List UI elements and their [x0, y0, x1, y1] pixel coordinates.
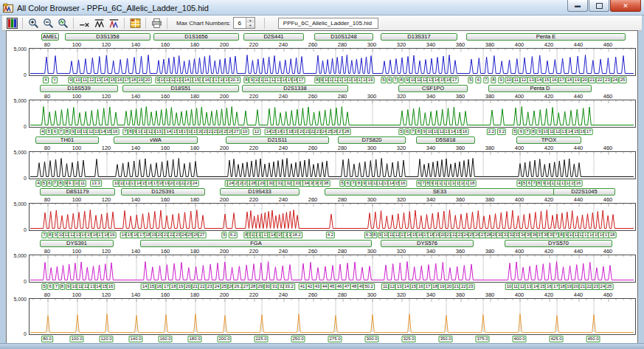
y-axis: 5,0000	[7, 203, 29, 231]
all-color-button[interactable]	[4, 16, 19, 30]
marker-strip: TH01vWAD21S11D7S820D5S818TPOX	[29, 137, 634, 145]
axis-tick-label: 80	[44, 248, 50, 255]
axis-tick-label: 380	[485, 93, 495, 100]
electropherogram-green[interactable]	[29, 100, 636, 128]
allele-label: 16	[575, 180, 583, 187]
allele-label: 7	[392, 77, 398, 83]
axis-tick-label: 300	[367, 93, 377, 100]
electropherogram-orange[interactable]	[29, 298, 636, 335]
axis-tick-label: 240	[279, 291, 288, 298]
zoom-out-button[interactable]	[41, 16, 55, 30]
zoom-chart-button[interactable]	[55, 16, 70, 30]
axis-tick-label: 300	[367, 196, 377, 203]
axis-tick-label: 340	[426, 291, 436, 298]
max-chart-numbers-spinner[interactable]: 6 ▲ ▼	[233, 17, 255, 29]
axis-tick-label: 180	[190, 248, 200, 255]
allele-label: 25	[619, 77, 627, 83]
axis-tick-label: 240	[279, 93, 288, 100]
axis-tick-label: 240	[279, 41, 288, 48]
axis-tick-label: 280	[338, 196, 347, 203]
max-chart-numbers-label: Max Chart Numbers:	[176, 20, 231, 27]
spinner-up-button[interactable]: ▲	[246, 18, 255, 23]
spinner-down-button[interactable]: ▼	[246, 23, 255, 28]
dye-row-green: D16S539D18S51D2S1338CSF1POPenta D8010012…	[7, 85, 637, 135]
axis-tick-label: 120	[102, 93, 111, 100]
allele-label: 22	[596, 77, 604, 83]
allele-label: 6	[48, 283, 53, 290]
y-min-label: 0	[24, 279, 27, 284]
axis-tick-label: 360	[456, 93, 465, 100]
title-bar[interactable]: All Color Browser - PPFu_6C_Allelic_Ladd…	[0, 0, 644, 15]
axis-tick-label: 240	[279, 248, 288, 255]
maximize-button[interactable]	[589, 0, 609, 12]
blue-trace	[30, 49, 635, 75]
axis-tick-label: 200	[220, 41, 229, 48]
axis-tick-label: 260	[308, 196, 318, 203]
allele-label: 3.2	[497, 128, 506, 135]
allele-label: 8	[491, 77, 496, 83]
size-label: 160.0	[158, 336, 172, 342]
allele-label-strip: 456789101112131415167891011121313.21414.…	[29, 128, 634, 135]
allele-label: 6.2	[229, 232, 238, 238]
axis-tick-label: 260	[308, 93, 318, 100]
axis-tick-label: 360	[456, 291, 465, 298]
axis-tick-label: 160	[161, 248, 170, 255]
orange-trace	[30, 299, 635, 334]
zoom-in-button[interactable]	[26, 16, 41, 30]
allele-label: 12	[253, 128, 261, 135]
report-button[interactable]	[128, 16, 142, 30]
allele-label: 5	[468, 77, 473, 83]
marker-label-dys570: DYS570	[505, 240, 612, 247]
close-button[interactable]: ✕	[610, 0, 641, 12]
axis-tick-label: 100	[72, 291, 82, 298]
size-match-button[interactable]	[91, 16, 106, 30]
axis-tick-label: 320	[397, 145, 406, 151]
axis-tick-label: 300	[367, 248, 377, 255]
print-button[interactable]	[149, 16, 164, 30]
axis-tick-label: 460	[603, 248, 613, 255]
electropherogram-magenta[interactable]	[29, 255, 636, 283]
axis-tick-label: 440	[574, 145, 584, 151]
marker-label-d3s1358: D3S1358	[65, 33, 150, 41]
electropherogram-black[interactable]	[29, 151, 636, 179]
axis-tick-label: 140	[131, 93, 141, 100]
allele-call-button[interactable]	[106, 16, 121, 30]
marker-label-d18s51: D18S51	[122, 85, 239, 92]
axis-tick-label: 100	[72, 248, 82, 255]
file-tab[interactable]: PPFu_6C_Allelic_Ladder_105.hid	[278, 18, 378, 29]
allele-label: 17	[297, 77, 305, 83]
axis-tick-label: 420	[544, 145, 554, 151]
allele-label: 33.2	[283, 283, 295, 290]
axis-tick-label: 440	[574, 196, 584, 203]
marker-label-d1s1656: D1S1656	[153, 33, 239, 41]
electropherogram-blue[interactable]	[29, 48, 636, 76]
size-standard-button[interactable]	[77, 16, 91, 30]
allele-label: 8	[58, 180, 63, 187]
allele-label: 8	[372, 232, 377, 238]
allele-label: 50.2	[363, 283, 375, 290]
axis-tick-label: 160	[161, 291, 170, 298]
marker-label-dys576: DYS576	[381, 240, 474, 247]
electropherogram-red[interactable]	[29, 203, 636, 231]
allele-label: 8	[47, 232, 52, 238]
allele-label: 4.2	[326, 232, 335, 238]
minimize-button[interactable]: ▬	[567, 0, 588, 12]
axis-tick-label: 340	[426, 196, 436, 203]
toolbar-separator	[73, 18, 74, 29]
y-min-label: 0	[24, 176, 27, 181]
axis-tick-label: 160	[161, 93, 170, 100]
marker-label-amel: AMEL	[41, 33, 59, 41]
axis-tick-label: 140	[131, 196, 141, 203]
allele-call-icon	[108, 18, 120, 29]
allele-label: 8	[356, 180, 361, 187]
marker-label-d10s1248: D10S1248	[314, 33, 373, 41]
allele-label: 5	[41, 180, 46, 187]
y-max-label: 5,000	[13, 201, 27, 207]
allele-label: 5	[46, 128, 51, 135]
allele-label: 8	[530, 128, 536, 135]
axis-tick-label: 140	[131, 248, 141, 255]
allele-label: 23	[603, 77, 612, 83]
axis-tick-label: 420	[544, 93, 554, 100]
axis-tick-label: 100	[72, 93, 82, 100]
axis-tick-label: 280	[338, 145, 347, 151]
